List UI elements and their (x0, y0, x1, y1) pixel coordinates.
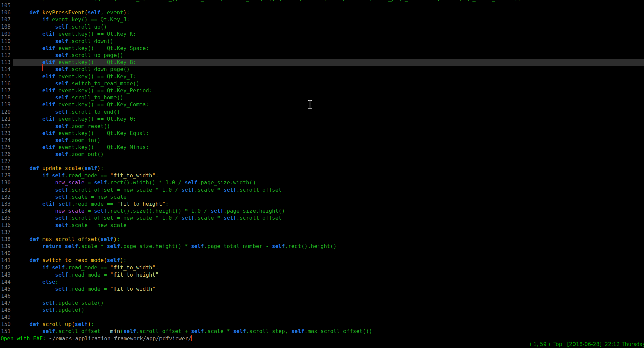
code-line[interactable]: 115 elif event.key() == Qt.Key_T: (0, 73, 644, 80)
line-number: 126 (0, 151, 13, 158)
code-line[interactable]: 142 if self.read_mode == "fit_to_width": (0, 264, 644, 271)
code-line[interactable]: 112 self.scroll_up_page() (0, 52, 644, 59)
code-token: elif (42, 73, 58, 80)
line-code[interactable] (13, 229, 644, 236)
code-line[interactable]: 117 elif event.key() == Qt.Key_Period: (0, 87, 644, 94)
code-line[interactable]: 113 elif event.key() == Qt.Key_B: (0, 59, 644, 66)
line-code[interactable]: def max_scroll_offset(self): (13, 236, 644, 243)
code-line[interactable]: 144 else: (0, 278, 644, 285)
line-code[interactable]: new_scale = self.rect().width() * 1.0 / … (13, 179, 644, 186)
code-line[interactable]: 149 (0, 313, 644, 320)
line-code[interactable]: self.scroll_up_page() (13, 52, 644, 59)
code-line[interactable]: 119 elif event.key() == Qt.Key_Comma: (0, 101, 644, 108)
code-line[interactable]: 122 self.zoom_reset() (0, 122, 644, 130)
line-code[interactable]: if self.read_mode == "fit_to_width": (13, 264, 644, 271)
line-code[interactable]: self.scroll_up() (13, 23, 644, 30)
line-code[interactable]: self.update() (13, 306, 644, 313)
line-code[interactable]: elif event.key() == Qt.Key_Period: (13, 87, 644, 94)
code-line[interactable]: 141 def switch_to_read_mode(self): (0, 257, 644, 264)
line-code[interactable]: if event.key() == Qt.Key_J: (13, 16, 644, 23)
code-line[interactable]: 138 def max_scroll_offset(self): (0, 236, 644, 243)
code-line[interactable]: 130 new_scale = self.rect().width() * 1.… (0, 179, 644, 186)
code-line[interactable]: 105 (0, 2, 644, 9)
code-line[interactable]: 139 return self.scale * self.page_size.h… (0, 243, 644, 250)
code-line[interactable]: 114 self.scroll_down_page() (0, 66, 644, 73)
line-code[interactable]: self.zoom_in() (13, 137, 644, 144)
line-code[interactable]: elif event.key() == Qt.Key_Space: (13, 45, 644, 52)
code-line[interactable]: 128 def update_scale(self): (0, 165, 644, 172)
line-code[interactable] (13, 292, 644, 299)
code-line[interactable]: 123 elif event.key() == Qt.Key_Equal: (0, 130, 644, 137)
line-code[interactable]: return self.scale * self.page_size.heigh… (13, 243, 644, 250)
line-code[interactable]: elif event.key() == Qt.Key_B: (13, 59, 644, 66)
line-code[interactable] (13, 250, 644, 257)
line-code[interactable]: else: (13, 278, 644, 285)
code-line[interactable]: 110 self.scroll_down() (0, 38, 644, 45)
line-code[interactable]: self.update_scale() (13, 299, 644, 306)
code-line[interactable]: 150 def scroll_up(self): (0, 320, 644, 328)
code-line[interactable]: 126 self.zoom_out() (0, 151, 644, 158)
code-line[interactable]: 131 self.scroll_offset = new_scale * 1.0… (0, 186, 644, 193)
line-code[interactable]: self.scroll_down_page() (13, 66, 644, 73)
line-code[interactable]: elif event.key() == Qt.Key_T: (13, 73, 644, 80)
code-line[interactable]: 124 self.zoom_in() (0, 137, 644, 144)
code-line[interactable]: 140 (0, 250, 644, 257)
code-line[interactable]: 147 self.update_scale() (0, 299, 644, 306)
line-code[interactable]: elif self.read_mode == "fit_to_height": (13, 200, 644, 207)
line-code[interactable] (13, 313, 644, 320)
line-code[interactable]: elif event.key() == Qt.Key_Equal: (13, 130, 644, 137)
code-line[interactable]: 121 elif event.key() == Qt.Key_0: (0, 115, 644, 122)
line-code[interactable]: self.scale = new_scale (13, 221, 644, 229)
minibuffer-input[interactable]: ~/emacs-application-framework/app/pdfvie… (49, 335, 192, 342)
line-code[interactable]: self.scroll_offset = new_scale * 1.0 / s… (13, 214, 644, 221)
line-code[interactable]: self.scroll_to_end() (13, 108, 644, 115)
code-line[interactable]: 107 if event.key() == Qt.Key_J: (0, 16, 644, 23)
code-buffer[interactable]: 104 painter.drawText(QRect(render_x, ren… (0, 0, 644, 335)
code-line[interactable]: 143 self.read_mode = "fit_to_height" (0, 271, 644, 278)
line-code[interactable] (13, 158, 644, 165)
line-code[interactable]: def update_scale(self): (13, 165, 644, 172)
code-line[interactable]: 136 self.scale = new_scale (0, 221, 644, 229)
line-code[interactable]: self.scroll_to_home() (13, 94, 644, 101)
code-line[interactable]: 106 def keyPressEvent(self, event): (0, 9, 644, 16)
code-line[interactable]: 148 self.update() (0, 306, 644, 313)
line-code[interactable]: elif event.key() == Qt.Key_Comma: (13, 101, 644, 108)
line-code[interactable]: self.read_mode = "fit_to_width" (13, 285, 644, 292)
line-code[interactable]: self.read_mode = "fit_to_height" (13, 271, 644, 278)
code-line[interactable]: 125 elif event.key() == Qt.Key_Minus: (0, 144, 644, 151)
code-line[interactable]: 109 elif event.key() == Qt.Key_K: (0, 30, 644, 37)
code-line[interactable]: 134 new_scale = self.rect().size().heigh… (0, 207, 644, 214)
code-token: event.key() == Qt.Key_K: (58, 31, 136, 37)
code-line[interactable]: 145 self.read_mode = "fit_to_width" (0, 285, 644, 292)
code-line[interactable]: 146 (0, 292, 644, 299)
line-code[interactable]: self.switch_to_read_mode() (13, 80, 644, 87)
code-line[interactable]: 137 (0, 229, 644, 236)
line-code[interactable]: self.scroll_down() (13, 38, 644, 45)
line-code[interactable]: elif event.key() == Qt.Key_Minus: (13, 144, 644, 151)
line-code[interactable]: self.scroll_offset = new_scale * 1.0 / s… (13, 186, 644, 193)
code-line[interactable]: 129 if self.read_mode == "fit_to_width": (0, 172, 644, 179)
line-code[interactable]: def keyPressEvent(self, event): (13, 9, 644, 16)
line-code[interactable]: elif event.key() == Qt.Key_K: (13, 30, 644, 37)
line-code[interactable]: if self.read_mode == "fit_to_width": (13, 172, 644, 179)
code-line[interactable]: 133 elif self.read_mode == "fit_to_heigh… (0, 200, 644, 207)
line-code[interactable]: def scroll_up(self): (13, 320, 644, 328)
line-code[interactable] (13, 2, 644, 9)
code-line[interactable]: 127 (0, 158, 644, 165)
code-line[interactable]: 118 self.scroll_to_home() (0, 94, 644, 101)
line-code[interactable]: self.scale = new_scale (13, 193, 644, 200)
code-line[interactable]: 108 self.scroll_up() (0, 23, 644, 30)
line-code[interactable]: elif event.key() == Qt.Key_0: (13, 115, 644, 122)
code-line[interactable]: 111 elif event.key() == Qt.Key_Space: (0, 45, 644, 52)
code-line[interactable]: 116 self.switch_to_read_mode() (0, 80, 644, 87)
code-line[interactable]: 132 self.scale = new_scale (0, 193, 644, 200)
line-code[interactable]: def switch_to_read_mode(self): (13, 257, 644, 264)
code-line[interactable]: 120 self.scroll_to_end() (0, 108, 644, 115)
line-code[interactable]: self.zoom_reset() (13, 122, 644, 130)
code-line[interactable]: 135 self.scroll_offset = new_scale * 1.0… (0, 214, 644, 221)
line-code[interactable]: new_scale = self.rect().size().height() … (13, 207, 644, 214)
line-code[interactable]: self.zoom_out() (13, 151, 644, 158)
code-token: .zoom_reset() (68, 123, 110, 129)
minibuffer[interactable]: Open with EAF: ~/emacs-application-frame… (1, 335, 192, 342)
line-number: 123 (0, 130, 13, 137)
